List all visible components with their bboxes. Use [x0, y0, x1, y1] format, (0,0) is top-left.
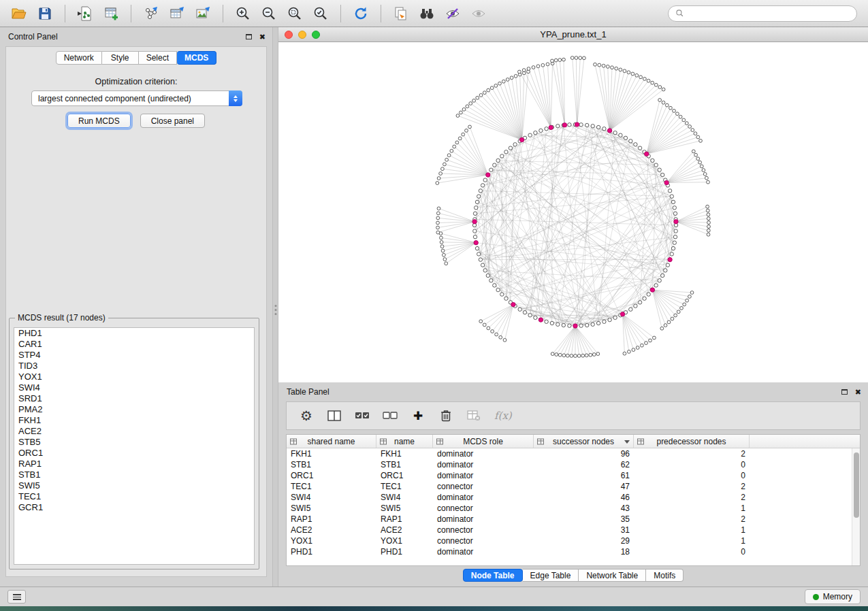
export-network-button[interactable] [139, 3, 163, 24]
table-row[interactable]: SWI4SWI4dominator462 [287, 492, 852, 503]
tab-style[interactable]: Style [102, 51, 139, 65]
column-header-successor-nodes[interactable]: successor nodes [534, 435, 634, 448]
table-row[interactable]: SWI5SWI5connector431 [287, 503, 852, 514]
network-view-window: YPA_prune.txt_1 [278, 27, 868, 382]
tab-select[interactable]: Select [139, 51, 177, 65]
run-mcds-button[interactable]: Run MCDS [67, 114, 131, 128]
column-header-shared-name[interactable]: shared name [287, 435, 376, 448]
search-icon [675, 9, 684, 18]
mcds-result-item-srd1[interactable]: SRD1 [14, 393, 254, 404]
mcds-result-item-swi5[interactable]: SWI5 [14, 480, 254, 491]
scrollbar-thumb[interactable] [854, 452, 859, 518]
mcds-result-item-swi4[interactable]: SWI4 [14, 382, 254, 393]
table-row[interactable]: ORC1ORC1dominator610 [287, 470, 852, 481]
table-row[interactable]: TEC1TEC1connector472 [287, 481, 852, 492]
mcds-result-item-pma2[interactable]: PMA2 [14, 404, 254, 415]
network-graph-svg[interactable] [278, 42, 868, 382]
delete-table-button[interactable] [466, 407, 481, 425]
zoom-fit-button[interactable] [283, 3, 307, 24]
unselect-all-columns-button[interactable] [383, 407, 398, 425]
function-icon: f(x) [494, 410, 512, 422]
close-panel-icon[interactable]: ✖ [855, 389, 861, 396]
mcds-result-item-orc1[interactable]: ORC1 [14, 448, 254, 459]
clone-network-button[interactable] [389, 3, 413, 24]
column-header-label: shared name [307, 437, 355, 446]
tab-motifs[interactable]: Motifs [646, 569, 684, 582]
import-network-file-button[interactable] [73, 3, 97, 24]
mcds-result-item-stb5[interactable]: STB5 [14, 437, 254, 448]
cell-name: STB1 [376, 459, 433, 470]
import-table-file-button[interactable] [99, 3, 123, 24]
tab-network-table[interactable]: Network Table [579, 569, 646, 582]
save-session-button[interactable] [33, 3, 57, 24]
network-window-titlebar[interactable]: YPA_prune.txt_1 [278, 27, 868, 42]
mcds-result-item-stb1[interactable]: STB1 [14, 469, 254, 480]
float-panel-icon[interactable] [841, 389, 848, 395]
hide-graphics-button[interactable] [440, 3, 465, 24]
columns-icon [327, 410, 341, 421]
search-input[interactable] [688, 9, 850, 18]
tab-node-table[interactable]: Node Table [463, 569, 523, 582]
mcds-result-item-rap1[interactable]: RAP1 [14, 459, 254, 469]
column-header-label: name [394, 437, 415, 446]
cell-predecessor_nodes: 2 [634, 514, 750, 525]
table-row[interactable]: ACE2ACE2connector311 [287, 525, 852, 535]
table-panel: Table Panel ✖ ⚙ ✚ [278, 382, 868, 587]
cell-predecessor_nodes: 0 [634, 470, 750, 481]
cell-shared_name: SWI5 [287, 503, 376, 514]
mcds-result-item-stp4[interactable]: STP4 [14, 350, 254, 361]
float-panel-icon[interactable] [246, 34, 252, 39]
cell-shared_name: FKH1 [287, 448, 376, 459]
mcds-result-item-fkh1[interactable]: FKH1 [14, 415, 254, 426]
memory-button[interactable]: Memory [805, 589, 861, 604]
table-row[interactable]: FKH1FKH1dominator962 [287, 448, 852, 459]
column-header-predecessor-nodes[interactable]: predecessor nodes [634, 435, 750, 448]
toolbar-search-field[interactable] [668, 5, 857, 22]
mcds-result-item-tid3[interactable]: TID3 [14, 361, 254, 371]
panel-splitter[interactable] [272, 27, 278, 587]
mcds-result-item-yox1[interactable]: YOX1 [14, 371, 254, 382]
function-builder-button[interactable]: f(x) [494, 407, 512, 425]
select-all-columns-button[interactable] [355, 407, 370, 425]
zoom-out-button[interactable] [257, 3, 281, 24]
cell-successor_nodes: 62 [534, 459, 634, 470]
mcds-result-item-gcr1[interactable]: GCR1 [14, 502, 254, 513]
show-graphics-button[interactable] [466, 3, 491, 24]
table-row[interactable]: RAP1RAP1dominator352 [287, 514, 852, 525]
zoom-in-button[interactable] [231, 3, 255, 24]
table-row[interactable]: PHD1PHD1dominator180 [287, 546, 852, 557]
export-table-button[interactable] [165, 3, 189, 24]
sort-chevron-icon[interactable] [624, 440, 630, 444]
mcds-result-item-phd1[interactable]: PHD1 [14, 328, 254, 339]
create-column-button[interactable]: ✚ [411, 407, 425, 425]
table-row[interactable]: STB1STB1dominator620 [287, 459, 852, 470]
zoom-selected-button[interactable] [308, 3, 333, 24]
tab-mcds[interactable]: MCDS [177, 51, 216, 65]
column-header-mcds-role[interactable]: MCDS role [433, 435, 534, 448]
tab-edge-table[interactable]: Edge Table [523, 569, 579, 582]
open-session-button[interactable] [7, 3, 31, 24]
table-row[interactable]: YOX1YOX1connector291 [287, 535, 852, 546]
delete-column-button[interactable] [438, 407, 453, 425]
column-header-filler [750, 435, 860, 448]
status-menu-button[interactable] [7, 590, 26, 604]
table-scrollbar[interactable] [852, 448, 860, 565]
cell-name: ORC1 [376, 470, 433, 481]
column-header-name[interactable]: name [376, 435, 433, 448]
show-columns-button[interactable] [327, 407, 342, 425]
close-panel-icon[interactable]: ✖ [259, 33, 266, 41]
mcds-result-list: PHD1CAR1STP4TID3YOX1SWI4SRD1PMA2FKH1ACE2… [14, 327, 255, 565]
refresh-view-button[interactable] [349, 3, 373, 24]
table-settings-button[interactable]: ⚙ [299, 407, 314, 425]
mcds-result-group: MCDS result (17 nodes) PHD1CAR1STP4TID3Y… [9, 318, 259, 569]
mcds-result-item-car1[interactable]: CAR1 [14, 339, 254, 350]
export-image-button[interactable] [191, 3, 215, 24]
mcds-result-item-ace2[interactable]: ACE2 [14, 426, 254, 437]
attribute-grid-icon [436, 438, 443, 444]
tab-network[interactable]: Network [56, 51, 102, 65]
find-button[interactable] [415, 3, 439, 24]
optimization-criterion-select[interactable]: largest connected component (undirected) [31, 90, 242, 106]
close-panel-button[interactable]: Close panel [140, 114, 205, 128]
network-canvas[interactable] [278, 42, 868, 382]
mcds-result-item-tec1[interactable]: TEC1 [14, 491, 254, 502]
